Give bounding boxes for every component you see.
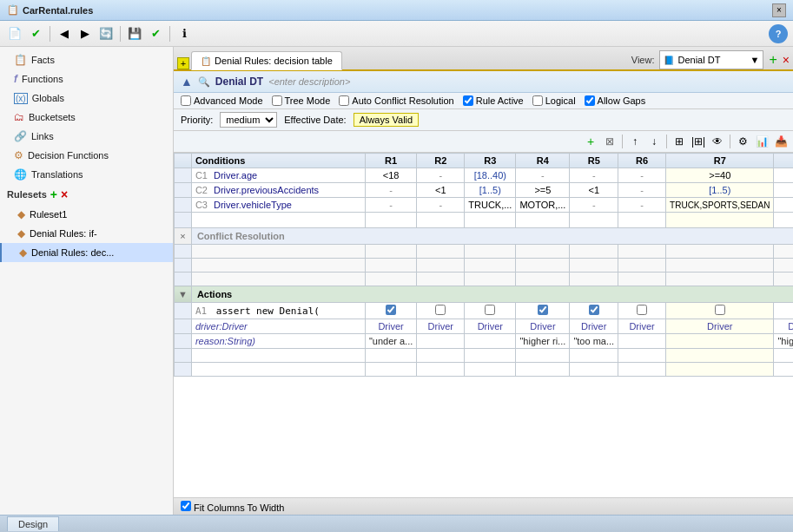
rule-active-label[interactable]: Rule Active	[463, 95, 524, 106]
reason-r8[interactable]: "higher ri...	[774, 334, 793, 349]
c3-r1[interactable]: -	[365, 198, 416, 213]
validate-button[interactable]: ✔	[146, 24, 165, 43]
c1-r3[interactable]: [18..40)	[465, 168, 516, 183]
a1-r4-checkbox[interactable]	[538, 305, 548, 315]
help-button[interactable]: ?	[769, 24, 788, 43]
c3-r5[interactable]: -	[570, 198, 618, 213]
c2-r2[interactable]: <1	[417, 183, 465, 198]
grid-view-button[interactable]: ⊞	[671, 133, 688, 150]
allow-gaps-label[interactable]: Allow Gaps	[585, 95, 646, 106]
a1-r4-check[interactable]	[516, 303, 570, 319]
advanced-mode-label[interactable]: Advanced Mode	[181, 95, 263, 106]
a1-r6-checkbox[interactable]	[637, 305, 647, 315]
ruleset-item-1[interactable]: ◆ Ruleset1	[0, 205, 173, 224]
denial-rules-tab[interactable]: 📋 Denial Rules: decision table	[191, 51, 342, 70]
close-button[interactable]: ×	[772, 3, 786, 17]
logical-checkbox[interactable]	[532, 95, 543, 106]
add-ruleset-button[interactable]: +	[50, 187, 57, 201]
save-button[interactable]: 💾	[125, 24, 144, 43]
sidebar-item-bucketsets[interactable]: 🗂 Bucketsets	[0, 108, 173, 127]
sidebar-item-functions[interactable]: f Functions	[0, 69, 173, 89]
c2-r4[interactable]: >=5	[516, 183, 570, 198]
reason-r4[interactable]: "higher ri...	[516, 334, 570, 349]
tree-mode-checkbox[interactable]	[272, 95, 282, 106]
expand-tab-button[interactable]: +	[177, 57, 189, 69]
a1-r7-check[interactable]	[666, 303, 774, 319]
column-width-button[interactable]: |⊞|	[690, 133, 707, 150]
a1-r1-checkbox[interactable]	[386, 305, 396, 315]
a1-r3-check[interactable]	[465, 303, 516, 319]
a1-r5-checkbox[interactable]	[589, 305, 599, 315]
actions-collapse-icon[interactable]: ▼	[178, 289, 188, 299]
delete-col-button[interactable]: ⊠	[601, 133, 618, 150]
design-tab[interactable]: Design	[7, 516, 59, 531]
export-button[interactable]: 📊	[753, 133, 770, 150]
c2-r3[interactable]: [1..5)	[465, 183, 516, 198]
view-dropdown[interactable]: 📘 Denial DT ▼	[659, 50, 763, 69]
a1-r8-check[interactable]	[774, 303, 793, 319]
c1-r5[interactable]: -	[570, 168, 618, 183]
reason-r2[interactable]	[417, 334, 465, 349]
driver-r2[interactable]: Driver	[417, 319, 465, 334]
move-up-button[interactable]: ↑	[626, 133, 644, 150]
c3-r7[interactable]: TRUCK,SPORTS,SEDAN	[666, 198, 774, 213]
c2-r8[interactable]: -	[774, 183, 793, 198]
conflict-collapse-icon[interactable]: ×	[180, 231, 185, 241]
reason-r5[interactable]: "too ma...	[570, 334, 618, 349]
reason-r7[interactable]	[666, 334, 774, 349]
c1-r8[interactable]: -	[774, 168, 793, 183]
a1-r6-check[interactable]	[618, 303, 666, 319]
c2-name[interactable]: Driver.previousAccidents	[214, 185, 319, 195]
rule-active-checkbox[interactable]	[463, 95, 473, 106]
c3-r6[interactable]: -	[618, 198, 666, 213]
add-col-button[interactable]: +	[582, 133, 599, 150]
sidebar-item-globals[interactable]: (x) Globals	[0, 89, 173, 108]
ruleset-item-2[interactable]: ◆ Denial Rules: if-	[0, 224, 173, 243]
driver-r1[interactable]: Driver	[365, 319, 416, 334]
c3-r8[interactable]: -	[774, 198, 793, 213]
driver-r5[interactable]: Driver	[570, 319, 618, 334]
add-view-button[interactable]: +	[769, 52, 776, 68]
allow-gaps-checkbox[interactable]	[585, 95, 595, 106]
a1-r2-check[interactable]	[417, 303, 465, 319]
auto-conflict-checkbox[interactable]	[339, 95, 349, 106]
settings-button[interactable]: ⚙	[734, 133, 751, 150]
move-down-button[interactable]: ↓	[645, 133, 663, 150]
sidebar-item-facts[interactable]: 📋 Facts	[0, 50, 173, 69]
delete-ruleset-button[interactable]: ×	[61, 187, 68, 201]
forward-button[interactable]: ▶	[76, 24, 95, 43]
import-button[interactable]: 📥	[772, 133, 790, 150]
c3-r3[interactable]: TRUCK,...	[465, 198, 516, 213]
back-button[interactable]: ◀	[55, 24, 74, 43]
driver-r3[interactable]: Driver	[465, 319, 516, 334]
sidebar-item-decision-functions[interactable]: ⚙ Decision Functions	[0, 146, 173, 165]
a1-r2-checkbox[interactable]	[435, 305, 446, 315]
c1-r7[interactable]: >=40	[666, 168, 774, 183]
new-button[interactable]: 📄	[5, 24, 24, 43]
ruleset-item-3[interactable]: ◆ Denial Rules: dec...	[0, 243, 173, 262]
a1-action-name[interactable]: assert new Denial(	[216, 305, 320, 317]
c1-r6[interactable]: -	[618, 168, 666, 183]
fit-columns-checkbox[interactable]	[181, 501, 191, 511]
a1-r5-check[interactable]	[570, 303, 618, 319]
collapse-dt-button[interactable]: ▲	[181, 75, 193, 89]
driver-r8[interactable]: Driver	[774, 319, 793, 334]
sidebar-item-translations[interactable]: 🌐 Translations	[0, 165, 173, 184]
c1-name[interactable]: Driver.age	[214, 170, 257, 181]
delete-view-button[interactable]: ×	[783, 53, 790, 67]
refresh-button[interactable]: 🔄	[96, 24, 116, 43]
c1-r2[interactable]: -	[417, 168, 465, 183]
tree-mode-label[interactable]: Tree Mode	[272, 95, 331, 106]
advanced-mode-checkbox[interactable]	[181, 95, 191, 106]
a1-r7-checkbox[interactable]	[715, 305, 725, 315]
driver-r4[interactable]: Driver	[516, 319, 570, 334]
c2-r1[interactable]: -	[365, 183, 416, 198]
sidebar-item-links[interactable]: 🔗 Links	[0, 127, 173, 146]
c2-r7[interactable]: [1..5)	[666, 183, 774, 198]
reason-r3[interactable]	[465, 334, 516, 349]
logical-label[interactable]: Logical	[532, 95, 576, 106]
driver-r6[interactable]: Driver	[618, 319, 666, 334]
auto-conflict-label[interactable]: Auto Conflict Resolution	[339, 95, 453, 106]
driver-r7[interactable]: Driver	[666, 319, 774, 334]
priority-select[interactable]: low medium high	[220, 112, 277, 128]
